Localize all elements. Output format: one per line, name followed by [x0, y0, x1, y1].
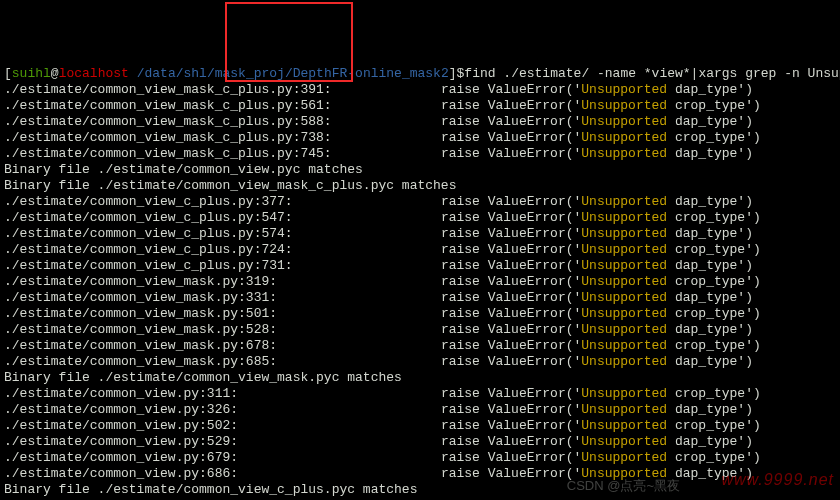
grep-result-line: ./estimate/common_view.py:311: raise Val…	[4, 386, 836, 402]
grep-result-line: ./estimate/common_view.py:679: raise Val…	[4, 450, 836, 466]
grep-result-line: ./estimate/common_view_c_plus.py:731: ra…	[4, 258, 836, 274]
grep-result-line: ./estimate/common_view.py:686: raise Val…	[4, 466, 836, 482]
grep-result-line: ./estimate/common_view_mask_c_plus.py:74…	[4, 146, 836, 162]
grep-result-line: ./estimate/common_view_c_plus.py:547: ra…	[4, 210, 836, 226]
grep-result-line: ./estimate/common_view_mask.py:685: rais…	[4, 354, 836, 370]
grep-result-line: ./estimate/common_view_mask.py:319: rais…	[4, 274, 836, 290]
grep-result-line: ./estimate/common_view_mask_c_plus.py:73…	[4, 130, 836, 146]
grep-result-line: ./estimate/common_view_mask_c_plus.py:58…	[4, 114, 836, 130]
grep-result-line: ./estimate/common_view_mask_c_plus.py:39…	[4, 82, 836, 98]
terminal[interactable]: [suihl@localhost /data/shl/mask_proj/Dep…	[0, 64, 840, 500]
grep-result-line: ./estimate/common_view_c_plus.py:377: ra…	[4, 194, 836, 210]
grep-result-line: ./estimate/common_view.py:326: raise Val…	[4, 402, 836, 418]
grep-result-line: ./estimate/common_view.py:529: raise Val…	[4, 434, 836, 450]
grep-result-line: ./estimate/common_view_mask.py:331: rais…	[4, 290, 836, 306]
grep-result-line: ./estimate/common_view_mask.py:501: rais…	[4, 306, 836, 322]
prompt-line[interactable]: [suihl@localhost /data/shl/mask_proj/Dep…	[4, 66, 836, 82]
grep-result-line: ./estimate/common_view_mask.py:678: rais…	[4, 338, 836, 354]
binary-match-line: Binary file ./estimate/common_view_mask.…	[4, 370, 836, 386]
grep-result-line: ./estimate/common_view_mask_c_plus.py:56…	[4, 98, 836, 114]
grep-result-line: ./estimate/common_view_mask.py:528: rais…	[4, 322, 836, 338]
binary-match-line: Binary file ./estimate/common_view_c_plu…	[4, 482, 836, 498]
grep-result-line: ./estimate/common_view_c_plus.py:574: ra…	[4, 226, 836, 242]
grep-result-line: ./estimate/common_view_c_plus.py:724: ra…	[4, 242, 836, 258]
binary-match-line: Binary file ./estimate/common_view.pyc m…	[4, 162, 836, 178]
grep-result-line: ./estimate/common_view.py:502: raise Val…	[4, 418, 836, 434]
binary-match-line: Binary file ./estimate/common_view_mask_…	[4, 178, 836, 194]
